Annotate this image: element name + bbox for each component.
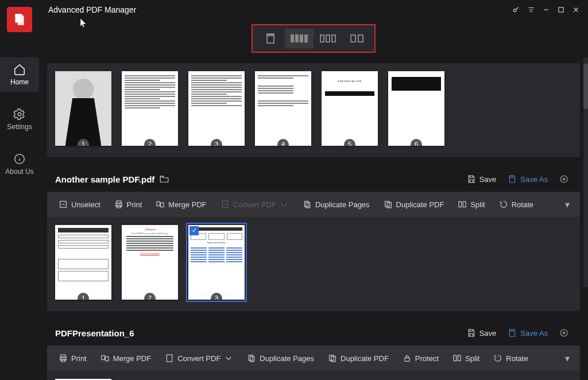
print-button[interactable]: Print [53,350,92,366]
svg-rect-25 [249,355,253,360]
svg-rect-1 [559,7,563,12]
svg-rect-9 [157,201,160,205]
document-title: Another sample PDF.pdf [55,175,154,184]
minimize-button[interactable] [539,2,554,17]
save-as-icon [508,328,517,338]
scrollbar-thumb[interactable] [583,63,588,109]
close-document-button[interactable] [556,172,572,186]
svg-rect-30 [454,355,457,360]
print-button[interactable]: Print [109,196,148,212]
sidebar-label-settings: Settings [7,123,32,131]
close-icon [559,175,568,184]
svg-rect-17 [463,201,466,207]
page-number: 4 [277,139,289,146]
svg-rect-24 [167,355,172,362]
svg-rect-26 [250,356,254,362]
toolbar-more-button[interactable]: ▾ [560,197,574,212]
rotate-button[interactable]: Rotate [488,350,533,366]
toolbar-more-button[interactable]: ▾ [560,351,574,366]
document-section-2: Another sample PDF.pdf Save Save As Unse… [47,166,580,311]
unselect-button[interactable]: Unselect [53,196,106,212]
save-as-icon [508,175,517,184]
page-thumbnail[interactable]: 2 [122,71,178,146]
page-number: 5 [344,139,355,146]
key-icon[interactable] [509,2,524,17]
convert-pdf-button[interactable]: Convert PDF [215,196,295,212]
page-number: 6 [411,139,422,146]
page-number: 3 [211,139,222,146]
duplicate-pages-button[interactable]: Duplicate Pages [241,350,320,366]
sidebar-label-home: Home [10,78,29,86]
page-thumbnail[interactable]: ✓Browse Forms By State3 [188,225,245,300]
page-number: 1 [78,293,89,300]
svg-rect-12 [304,201,308,207]
svg-point-0 [513,9,516,12]
home-icon [13,63,26,76]
page-thumbnail[interactable]: 4 [255,71,311,146]
duplicate-pages-button[interactable]: Duplicate Pages [297,196,376,212]
page-thumbnail[interactable]: PRESENTATION5 [322,71,378,146]
save-button[interactable]: Save [463,172,500,186]
svg-rect-10 [161,203,164,207]
pages-row: 1 📋DunListGet a FREE Business Service We… [47,217,580,311]
svg-point-2 [18,113,21,116]
open-folder-icon[interactable] [159,174,169,184]
document-section-1: 1 2 3 4 PRESENTATION5 6 [47,63,580,157]
merge-pdf-button[interactable]: Merge PDF [150,196,212,212]
view-four-button[interactable] [285,29,314,48]
sidebar-item-about[interactable]: About Us [0,147,39,181]
svg-rect-31 [458,355,461,360]
selected-check-icon: ✓ [189,226,199,235]
chevron-down-icon [224,354,233,363]
close-button[interactable] [568,2,583,17]
lock-icon [403,354,412,363]
page-thumbnail[interactable]: 1 [55,71,111,146]
page-thumbnail[interactable]: 6 [388,71,444,146]
save-button[interactable]: Save [463,326,500,340]
split-button[interactable]: Split [447,350,485,366]
svg-rect-6 [117,201,121,203]
sidebar-item-home[interactable]: Home [0,57,39,92]
rotate-button[interactable]: Rotate [493,196,539,212]
view-single-button[interactable] [256,29,285,48]
split-button[interactable]: Split [452,196,490,212]
document-toolbar: Unselect Print Merge PDF Convert PDF Dup… [47,192,580,217]
view-three-button[interactable] [314,29,342,48]
protect-button[interactable]: Protect [397,350,444,366]
page-thumbnail[interactable]: 📋DunListGet a FREE Business Service Web … [122,225,178,300]
svg-rect-13 [306,203,310,208]
document-header: Another sample PDF.pdf Save Save As [47,166,580,192]
page-number: 2 [144,139,156,146]
convert-pdf-button[interactable]: Convert PDF [159,350,239,366]
svg-rect-23 [105,356,108,360]
pages-row [47,371,580,380]
app-title: Advanced PDF Manager [48,5,136,14]
page-thumbnail[interactable]: 1 [55,225,111,300]
titlebar: Advanced PDF Manager [0,0,588,20]
merge-pdf-button[interactable]: Merge PDF [95,350,157,366]
app-logo [7,7,32,32]
duplicate-pdf-button[interactable]: Duplicate PDF [378,196,450,212]
gear-icon [13,108,26,121]
document-header: PDFPresentation_6 Save Save As [47,320,580,346]
close-document-button[interactable] [556,326,572,340]
scrollbar[interactable] [583,57,588,287]
main-content: 1 2 3 4 PRESENTATION5 6 Another sample P… [39,20,588,380]
page-number: 3 [211,293,222,300]
save-icon [467,328,476,338]
view-two-button[interactable] [342,29,371,48]
save-as-button[interactable]: Save As [504,326,551,340]
close-icon [559,328,568,338]
document-toolbar: Print Merge PDF Convert PDF Duplicate Pa… [47,346,580,371]
menu-icon[interactable] [524,2,539,17]
page-thumbnail[interactable]: 3 [188,71,245,146]
document-title: PDFPresentation_6 [55,328,134,338]
save-as-button[interactable]: Save As [504,172,551,186]
svg-rect-19 [61,355,65,357]
chevron-down-icon [280,200,289,209]
maximize-button[interactable] [554,2,568,17]
duplicate-pdf-button[interactable]: Duplicate PDF [322,350,394,366]
sidebar-item-settings[interactable]: Settings [0,102,39,137]
document-section-3: PDFPresentation_6 Save Save As Print Mer… [47,320,580,380]
pages-row: 1 2 3 4 PRESENTATION5 6 [47,63,580,157]
